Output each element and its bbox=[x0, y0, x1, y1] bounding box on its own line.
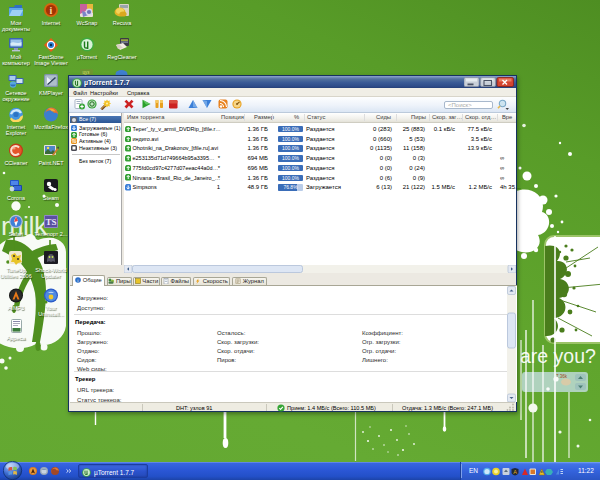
svg-text:A: A bbox=[513, 469, 517, 475]
svg-text:are you?: are you? bbox=[520, 345, 596, 367]
svg-text:TS: TS bbox=[45, 217, 56, 227]
svg-text:i: i bbox=[50, 5, 53, 16]
